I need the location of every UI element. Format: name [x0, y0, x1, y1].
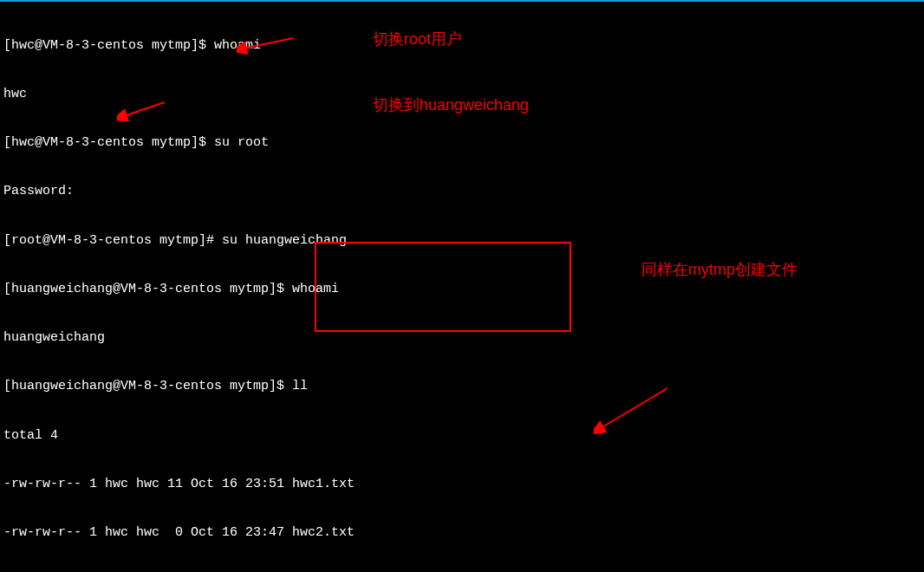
terminal-line: [huangweichang@VM-8-3-centos mytmp]$ who…	[3, 282, 921, 298]
terminal-line: -rw-rw-r-- 1 hwc hwc 0 Oct 16 23:47 hwc2…	[3, 525, 921, 542]
terminal-line: Password:	[3, 184, 921, 200]
terminal-line: hwc	[3, 87, 921, 103]
terminal-line: -rw-rw-r-- 1 hwc hwc 11 Oct 16 23:51 hwc…	[3, 477, 921, 493]
terminal-line: [root@VM-8-3-centos mytmp]# su huangweic…	[3, 233, 921, 250]
terminal-line: [hwc@VM-8-3-centos mytmp]$ whoami	[3, 38, 921, 55]
terminal-line: [hwc@VM-8-3-centos mytmp]$ su root	[3, 135, 921, 152]
terminal-output[interactable]: [hwc@VM-8-3-centos mytmp]$ whoami hwc [h…	[3, 5, 921, 572]
terminal-line: [huangweichang@VM-8-3-centos mytmp]$ ll	[3, 379, 921, 395]
terminal-line: total 4	[3, 428, 921, 445]
terminal-line: huangweichang	[3, 330, 921, 347]
